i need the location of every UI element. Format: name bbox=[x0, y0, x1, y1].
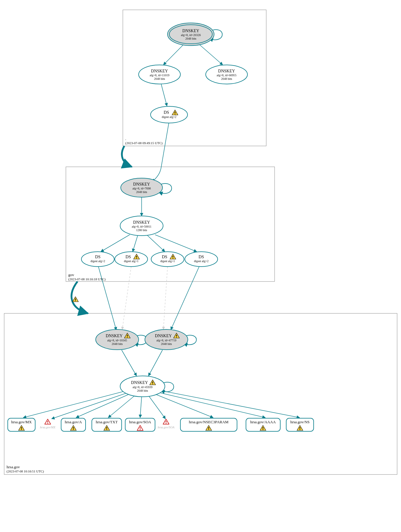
edge-zsk-a bbox=[76, 394, 129, 418]
edge-zsk-mx bbox=[23, 391, 124, 418]
svg-text:2048 bits: 2048 bits bbox=[221, 77, 232, 80]
svg-text:hrsa.gov/NS: hrsa.gov/NS bbox=[290, 420, 310, 424]
svg-text:digest alg=2: digest alg=2 bbox=[194, 259, 208, 263]
svg-point-31 bbox=[115, 252, 148, 267]
svg-text:DNSKEY: DNSKEY bbox=[218, 69, 235, 73]
svg-text:digest alg=2: digest alg=2 bbox=[162, 115, 176, 119]
edge-gov-to-hrsa-delegation bbox=[72, 281, 88, 313]
svg-text:DS: DS bbox=[199, 255, 204, 259]
svg-text:2048 bits: 2048 bits bbox=[185, 37, 196, 40]
svg-text:DNSKEY: DNSKEY bbox=[182, 29, 199, 33]
node-gov-ksk[interactable]: DNSKEY alg=8, id=7698 2048 bits bbox=[121, 178, 162, 197]
edge-root-ksk-zsk1 bbox=[163, 44, 184, 65]
svg-text:hrsa.gov/SOA: hrsa.gov/SOA bbox=[129, 420, 151, 424]
svg-text:hrsa.gov/MX: hrsa.gov/MX bbox=[11, 420, 32, 424]
rr-a[interactable]: hrsa.gov/A bbox=[61, 418, 86, 431]
edge-root-ksk-zsk2 bbox=[199, 44, 223, 65]
node-hrsa-ksk1[interactable]: DNSKEY alg=8, id=10345 2048 bits bbox=[96, 329, 139, 350]
svg-text:DS: DS bbox=[164, 110, 169, 115]
edge-zsk-txt bbox=[108, 396, 135, 418]
node-root-ds[interactable]: DS digest alg=2 bbox=[151, 106, 188, 123]
rr-ns[interactable]: hrsa.gov/NS bbox=[286, 418, 314, 431]
edge-gov-ds2-hrsa-ksk1-ghost bbox=[122, 267, 131, 329]
edge-zsk-ghostsoa bbox=[148, 396, 165, 419]
rr-ghost-soa: hrsa.gov/SOA bbox=[158, 419, 175, 429]
svg-text:hrsa.gov/AAAA: hrsa.gov/AAAA bbox=[250, 420, 276, 424]
svg-text:DNSKEY: DNSKEY bbox=[106, 334, 123, 338]
svg-text:DNSKEY: DNSKEY bbox=[151, 69, 168, 73]
rr-ghost-mx: hrsa.gov/MX bbox=[40, 419, 56, 429]
edge-hrsa-ksk1-zsk bbox=[122, 350, 137, 376]
error-icon bbox=[163, 419, 169, 424]
node-gov-ds4[interactable]: DS digest alg=2 bbox=[185, 252, 218, 267]
edge-zsk-ghostmx bbox=[52, 393, 126, 419]
edge-gov-ds1-hrsa-ksk1 bbox=[98, 267, 116, 330]
edge-zsk-aaaa bbox=[159, 393, 265, 418]
zone-box-hrsa bbox=[4, 313, 397, 475]
edge-zsk-soa bbox=[140, 397, 142, 418]
svg-text:digest alg=2: digest alg=2 bbox=[90, 259, 105, 263]
node-root-ksk[interactable]: DNSKEY alg=8, id=20326 2048 bits bbox=[168, 23, 214, 46]
svg-text:hrsa.gov/SOA: hrsa.gov/SOA bbox=[158, 426, 175, 429]
svg-point-28 bbox=[81, 252, 114, 267]
zone-root-label: . bbox=[125, 136, 126, 141]
node-root-zsk2[interactable]: DNSKEY alg=8, id=60955 2048 bits bbox=[206, 65, 247, 84]
svg-text:alg=8, id=45939: alg=8, id=45939 bbox=[133, 385, 152, 389]
svg-text:alg=8, id=50011: alg=8, id=50011 bbox=[132, 225, 151, 228]
node-gov-ds2[interactable]: DS digest alg=1 bbox=[115, 252, 148, 267]
edge-root-ds-gov-ksk bbox=[152, 123, 169, 182]
svg-point-34 bbox=[151, 252, 184, 267]
edge-gov-zsk-ds4 bbox=[155, 235, 197, 252]
edge-gov-ds4-hrsa-ksk2 bbox=[171, 267, 199, 330]
node-gov-ds1[interactable]: DS digest alg=2 bbox=[81, 252, 114, 267]
svg-text:alg=8, id=60955: alg=8, id=60955 bbox=[217, 74, 236, 77]
node-hrsa-zsk[interactable]: DNSKEY alg=8, id=45939 2048 bits bbox=[120, 376, 165, 397]
edge-zsk-ns bbox=[162, 391, 300, 418]
svg-text:alg=8, id=7698: alg=8, id=7698 bbox=[132, 187, 151, 190]
node-hrsa-ksk2[interactable]: DNSKEY alg=8, id=47719 2048 bits bbox=[145, 329, 188, 350]
node-gov-zsk[interactable]: DNSKEY alg=8, id=50011 1280 bits bbox=[120, 216, 163, 236]
error-icon bbox=[45, 419, 51, 424]
svg-text:DNSKEY: DNSKEY bbox=[155, 334, 172, 338]
svg-text:DNSKEY: DNSKEY bbox=[131, 380, 148, 385]
svg-text:alg=8, id=10345: alg=8, id=10345 bbox=[107, 339, 127, 342]
svg-text:2048 bits: 2048 bits bbox=[136, 190, 147, 194]
svg-text:digest alg=1: digest alg=1 bbox=[124, 259, 138, 263]
svg-text:alg=8, id=47719: alg=8, id=47719 bbox=[157, 339, 176, 342]
zone-gov-label: gov bbox=[68, 273, 74, 277]
zone-hrsa-time: (2023-07-08 10:16:51 UTC) bbox=[7, 469, 44, 473]
svg-text:DNSKEY: DNSKEY bbox=[133, 182, 150, 186]
svg-text:DS: DS bbox=[126, 255, 131, 259]
svg-text:hrsa.gov/A: hrsa.gov/A bbox=[65, 420, 82, 424]
svg-text:hrsa.gov/MX: hrsa.gov/MX bbox=[40, 426, 56, 429]
svg-text:alg=8, id=20326: alg=8, id=20326 bbox=[181, 33, 201, 37]
svg-point-17 bbox=[151, 106, 188, 123]
svg-text:2048 bits: 2048 bits bbox=[137, 389, 148, 392]
svg-text:2048 bits: 2048 bits bbox=[161, 342, 172, 346]
rr-txt[interactable]: hrsa.gov/TXT bbox=[92, 418, 122, 431]
svg-text:alg=8, id=11019: alg=8, id=11019 bbox=[150, 74, 169, 77]
svg-point-37 bbox=[185, 252, 218, 267]
svg-text:2048 bits: 2048 bits bbox=[154, 77, 165, 80]
edge-zsk-nsec3 bbox=[155, 394, 213, 418]
edge-gov-zsk-ds2 bbox=[133, 235, 138, 252]
node-root-zsk1[interactable]: DNSKEY alg=8, id=11019 2048 bits bbox=[139, 65, 180, 84]
zone-gov-time: (2023-07-08 10:16:18 UTC) bbox=[68, 277, 106, 281]
rr-nsec3param[interactable]: hrsa.gov/NSEC3PARAM bbox=[180, 418, 237, 431]
rr-aaaa[interactable]: hrsa.gov/AAAA bbox=[246, 418, 280, 431]
edge-gov-ds3-hrsa-ksk2-ghost bbox=[163, 267, 168, 329]
rr-soa[interactable]: hrsa.gov/SOA bbox=[125, 418, 155, 431]
rr-mx[interactable]: hrsa.gov/MX bbox=[8, 418, 35, 431]
svg-text:digest alg=1: digest alg=1 bbox=[160, 259, 175, 263]
warning-icon bbox=[72, 297, 78, 302]
edge-gov-zsk-ds1 bbox=[101, 235, 130, 252]
svg-text:DS: DS bbox=[162, 255, 167, 259]
edge-hrsa-ksk2-zsk bbox=[148, 350, 162, 376]
svg-text:DS: DS bbox=[95, 255, 100, 259]
svg-text:hrsa.gov/NSEC3PARAM: hrsa.gov/NSEC3PARAM bbox=[189, 420, 229, 424]
node-gov-ds3[interactable]: DS digest alg=1 bbox=[151, 252, 184, 267]
svg-text:hrsa.gov/TXT: hrsa.gov/TXT bbox=[96, 420, 117, 424]
zone-hrsa-label: hrsa.gov bbox=[7, 465, 20, 469]
zone-root-time: (2023-07-08 09:49:15 UTC) bbox=[125, 141, 163, 145]
svg-text:1280 bits: 1280 bits bbox=[136, 228, 147, 232]
